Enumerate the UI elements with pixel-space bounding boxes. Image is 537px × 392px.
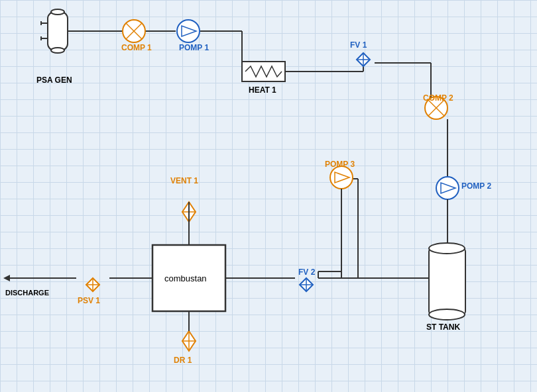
label-heat1: HEAT 1 bbox=[249, 85, 276, 95]
label-vent1: VENT 1 bbox=[170, 176, 198, 185]
label-psv1: PSV 1 bbox=[78, 296, 100, 305]
label-comp2: COMP 2 bbox=[423, 93, 453, 103]
svg-point-52 bbox=[429, 309, 465, 320]
label-fv1: FV 1 bbox=[350, 40, 367, 50]
label-pomp3: POMP 3 bbox=[325, 160, 355, 169]
label-combustan: combustan bbox=[164, 273, 207, 283]
label-st-tank: ST TANK bbox=[426, 322, 460, 332]
svg-point-51 bbox=[429, 243, 465, 254]
svg-point-25 bbox=[51, 9, 64, 15]
svg-point-26 bbox=[51, 48, 64, 53]
svg-marker-72 bbox=[3, 275, 10, 281]
svg-rect-24 bbox=[48, 12, 68, 50]
svg-rect-50 bbox=[429, 248, 465, 315]
label-psa-gen: PSA GEN bbox=[36, 75, 72, 85]
label-dr1: DR 1 bbox=[174, 356, 192, 365]
label-pomp1: POMP 1 bbox=[179, 43, 209, 52]
label-discharge: DISCHARGE bbox=[5, 289, 49, 297]
label-fv2: FV 2 bbox=[298, 268, 316, 277]
label-comp1: COMP 1 bbox=[121, 43, 152, 52]
label-pomp2: POMP 2 bbox=[461, 181, 491, 191]
